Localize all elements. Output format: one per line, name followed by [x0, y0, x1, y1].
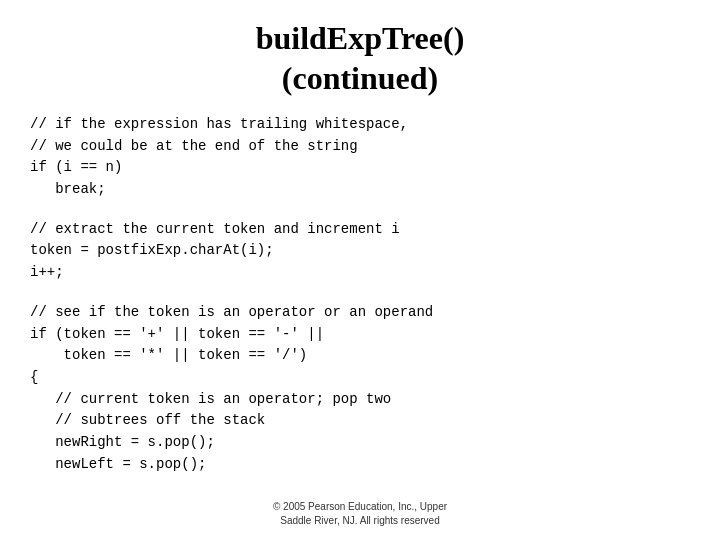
footer-line-1: © 2005 Pearson Education, Inc., Upper [273, 500, 447, 514]
code-line: token = postfixExp.charAt(i); [30, 240, 710, 262]
code-line: break; [30, 179, 710, 201]
code-line: { [30, 367, 710, 389]
code-line: newLeft = s.pop(); [30, 454, 710, 476]
code-section-2: // extract the current token and increme… [30, 219, 710, 284]
code-section-1: // if the expression has trailing whites… [30, 114, 710, 201]
code-line: if (token == '+' || token == '-' || [30, 324, 710, 346]
code-line: token == '*' || token == '/') [30, 345, 710, 367]
code-section-3: // see if the token is an operator or an… [30, 302, 710, 476]
code-line: newRight = s.pop(); [30, 432, 710, 454]
code-line: if (i == n) [30, 157, 710, 179]
code-line: // current token is an operator; pop two [30, 389, 710, 411]
code-block: // if the expression has trailing whites… [30, 114, 710, 493]
footer: © 2005 Pearson Education, Inc., Upper Sa… [273, 500, 447, 528]
code-line: // we could be at the end of the string [30, 136, 710, 158]
code-line: // extract the current token and increme… [30, 219, 710, 241]
title-line-2: (continued) [256, 58, 465, 98]
code-line: // subtrees off the stack [30, 410, 710, 432]
footer-line-2: Saddle River, NJ. All rights reserved [273, 514, 447, 528]
code-line: i++; [30, 262, 710, 284]
title-line-1: buildExpTree() [256, 18, 465, 58]
slide-title: buildExpTree() (continued) [256, 18, 465, 98]
code-line: // if the expression has trailing whites… [30, 114, 710, 136]
code-line: // see if the token is an operator or an… [30, 302, 710, 324]
